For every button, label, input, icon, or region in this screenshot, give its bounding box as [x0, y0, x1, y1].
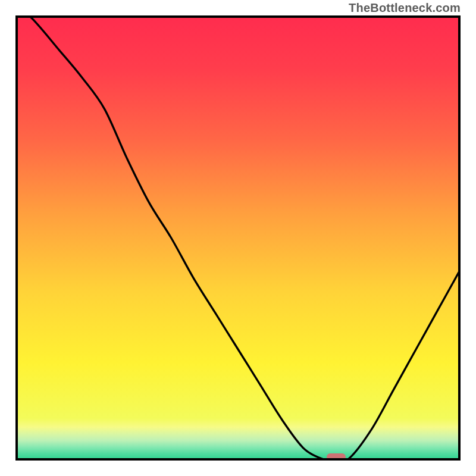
chart-frame: TheBottleneck.com: [0, 0, 476, 476]
watermark-text: TheBottleneck.com: [349, 1, 461, 15]
bottleneck-curve: [15, 15, 461, 461]
optimal-marker: [327, 453, 346, 461]
plot-area: [15, 15, 461, 461]
